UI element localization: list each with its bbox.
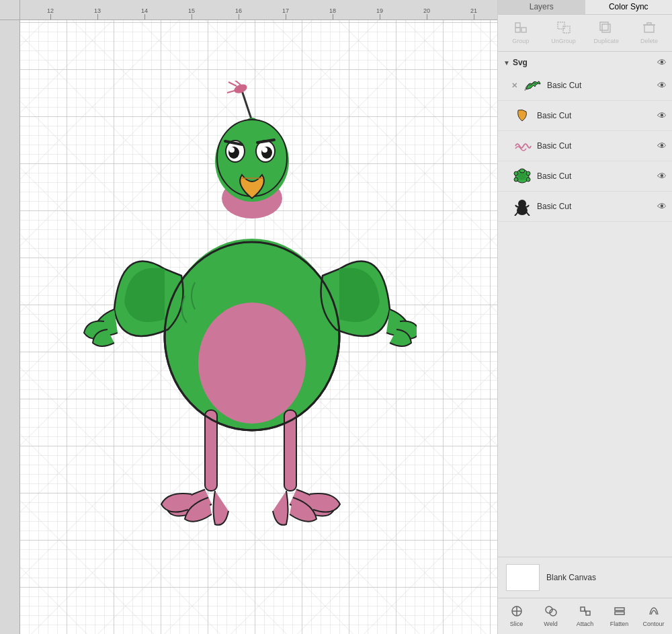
svg-rect-25 (515, 23, 520, 28)
blank-canvas-row: Blank Canvas (498, 557, 672, 598)
svg-expand-arrow: ▼ (503, 59, 510, 67)
svg-point-12 (229, 147, 235, 153)
layer-thumb-2 (511, 105, 533, 126)
svg-visibility-icon[interactable]: 👁 (657, 57, 667, 68)
layers-list[interactable]: ▼ Svg 👁 ✕ Basic Cut 👁 Basic Cut (498, 52, 672, 557)
flatten-button[interactable]: Flatten (603, 602, 635, 630)
ruler-tick-17: 17 (262, 7, 309, 19)
delete-button[interactable]: Delete (629, 19, 669, 47)
contour-button[interactable]: Contour (638, 602, 669, 630)
svg-rect-32 (644, 25, 654, 32)
ruler-tick-20: 20 (403, 7, 450, 19)
ruler-top: 12 13 14 15 16 17 18 19 20 21 (20, 0, 497, 20)
svg-point-39 (514, 177, 518, 182)
ruler-tick-13: 13 (74, 7, 121, 19)
ruler-tick-12: 12 (27, 7, 74, 19)
ruler-tick-21: 21 (450, 7, 497, 19)
ruler-corner (0, 0, 20, 20)
layer-thumb-1 (521, 75, 543, 96)
svg-line-2 (228, 82, 237, 86)
svg-rect-29 (563, 26, 570, 33)
tab-header: Layers Color Sync (498, 0, 672, 15)
layer-item-4[interactable]: Basic Cut 👁 (498, 161, 672, 192)
right-panel: Layers Color Sync Group UnGroup Duplicat… (497, 0, 672, 634)
layer-name-5: Basic Cut (537, 202, 653, 211)
attach-icon (579, 605, 592, 619)
slice-button[interactable]: Slice (501, 602, 532, 630)
layer-eye-4[interactable]: 👁 (657, 171, 667, 182)
ruler-tick-15: 15 (168, 7, 215, 19)
svg-point-21 (198, 303, 306, 424)
canvas-area[interactable]: 12 13 14 15 16 17 18 19 20 21 (0, 0, 497, 634)
layer-thumb-4 (511, 165, 533, 187)
layer-name-4: Basic Cut (537, 171, 653, 181)
ruler-tick-16: 16 (215, 7, 262, 19)
slice-icon (510, 605, 523, 619)
flatten-icon (613, 605, 626, 619)
layer-eye-1[interactable]: 👁 (657, 80, 667, 91)
layer-name-3: Basic Cut (537, 141, 653, 151)
attach-button[interactable]: Attach (569, 602, 601, 630)
svg-rect-27 (515, 28, 520, 32)
layer-item-2[interactable]: Basic Cut 👁 (498, 101, 672, 131)
svg-line-0 (242, 91, 252, 121)
layer-name-1: Basic Cut (547, 81, 653, 90)
svg-rect-31 (600, 22, 608, 30)
weld-button[interactable]: Weld (535, 602, 566, 630)
layer-thumb-3 (511, 135, 533, 157)
group-icon (514, 22, 528, 36)
svg-line-4 (234, 81, 241, 85)
layer-thumb-5 (511, 196, 533, 217)
layer-eye-5[interactable]: 👁 (657, 201, 667, 212)
svg-line-51 (585, 609, 586, 613)
layer-eye-2[interactable]: 👁 (657, 110, 667, 121)
duplicate-icon (599, 22, 613, 36)
svg-point-40 (526, 177, 530, 182)
layer-item-1[interactable]: ✕ Basic Cut 👁 (498, 71, 672, 101)
tab-layers[interactable]: Layers (498, 0, 585, 14)
lock-icon-1: ✕ (511, 81, 517, 90)
ungroup-icon (557, 22, 571, 36)
svg-point-37 (514, 171, 518, 175)
weld-icon (544, 605, 558, 619)
layer-item-3[interactable]: Basic Cut 👁 (498, 131, 672, 161)
svg-point-38 (526, 171, 530, 175)
duplicate-button[interactable]: Duplicate (587, 19, 627, 47)
ruler-left (0, 20, 20, 634)
toolbar-row: Group UnGroup Duplicate Delete (498, 15, 672, 52)
svg-rect-34 (647, 23, 651, 25)
ruler-tick-19: 19 (356, 7, 403, 19)
svg-point-16 (262, 147, 267, 153)
contour-icon (647, 605, 661, 619)
svg-group-header[interactable]: ▼ Svg 👁 (498, 54, 672, 71)
layer-eye-3[interactable]: 👁 (657, 141, 667, 151)
blank-canvas-label: Blank Canvas (546, 573, 596, 582)
svg-rect-26 (521, 28, 526, 32)
svg-group-label: Svg (513, 58, 655, 67)
ungroup-button[interactable]: UnGroup (544, 19, 584, 47)
bottom-action-bar: Slice Weld Attach Flatten Contour (498, 598, 672, 634)
bird-svg (81, 81, 417, 565)
layer-item-5[interactable]: Basic Cut 👁 (498, 192, 672, 222)
ruler-tick-18: 18 (309, 7, 356, 19)
delete-icon (642, 22, 656, 36)
svg-point-41 (519, 169, 525, 173)
ruler-tick-14: 14 (121, 7, 168, 19)
svg-rect-49 (581, 607, 585, 611)
svg-rect-50 (586, 611, 590, 615)
svg-point-36 (518, 172, 526, 180)
bird-container (54, 54, 444, 592)
svg-rect-52 (615, 608, 624, 610)
svg-rect-30 (602, 24, 610, 32)
tab-color-sync[interactable]: Color Sync (585, 0, 673, 14)
blank-canvas-thumb (506, 564, 540, 591)
group-button[interactable]: Group (501, 19, 541, 47)
canvas-grid[interactable] (20, 20, 497, 634)
layer-name-2: Basic Cut (537, 111, 653, 120)
svg-rect-53 (615, 612, 624, 615)
ruler-ticks: 12 13 14 15 16 17 18 19 20 21 (20, 0, 497, 19)
